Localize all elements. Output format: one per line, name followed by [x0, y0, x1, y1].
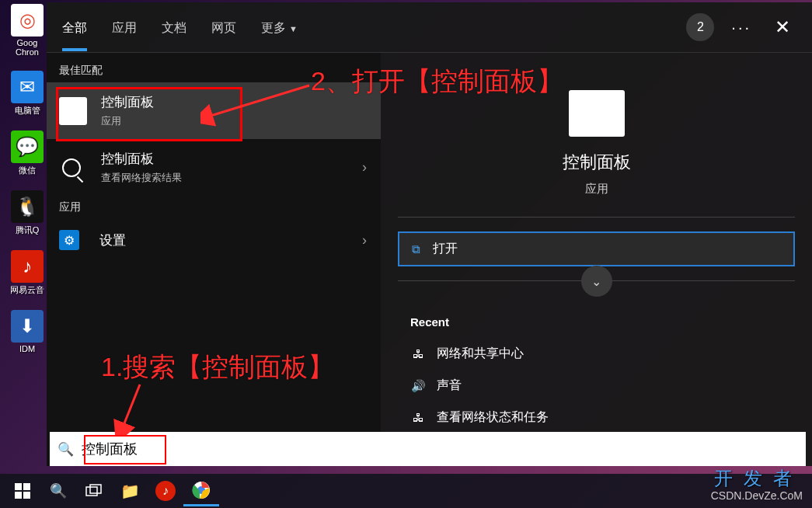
preview-control-panel-icon — [569, 90, 625, 137]
tab-all[interactable]: 全部 — [62, 6, 87, 49]
recent-item-network[interactable]: 🖧 网络和共享中心 — [398, 338, 795, 370]
open-button[interactable]: ⧉ 打开 — [398, 231, 795, 266]
taskview-button[interactable] — [76, 475, 112, 506]
svg-rect-3 — [23, 492, 30, 499]
svg-rect-5 — [90, 485, 101, 493]
search-icon: 🔍 — [58, 441, 74, 458]
search-panel: 全部 应用 文档 网页 更多▼ 2 ··· ✕ 最佳匹配 控制面板 应用 — [47, 2, 812, 466]
search-icon — [62, 158, 81, 177]
sound-icon: 🔊 — [410, 378, 426, 394]
desktop-icons: ◎ Goog Chron ✉ 电脑管 💬 微信 🐧 腾讯Q ♪ 网易云音 ⬇ I… — [8, 4, 51, 367]
chevron-down-icon: ⌄ — [591, 274, 601, 289]
network-icon: 🖧 — [410, 410, 426, 426]
desktop-icon-wechat[interactable]: 💬 微信 — [8, 130, 47, 176]
taskbar-netease[interactable]: ♪ — [148, 475, 183, 506]
tab-web[interactable]: 网页 — [211, 6, 236, 49]
svg-rect-4 — [86, 487, 97, 496]
section-best-match: 最佳匹配 — [47, 59, 381, 82]
desktop-icon-manager[interactable]: ✉ 电脑管 — [8, 71, 47, 117]
preview-subtitle: 应用 — [398, 182, 795, 197]
search-bar[interactable]: 🔍 — [50, 432, 806, 466]
start-button[interactable] — [5, 475, 40, 506]
tab-more[interactable]: 更多▼ — [261, 6, 298, 49]
search-input[interactable] — [82, 441, 798, 458]
recent-item-network-status[interactable]: 🖧 查看网络状态和任务 — [398, 402, 795, 433]
taskbar-explorer[interactable]: 📁 — [112, 475, 148, 506]
svg-rect-1 — [23, 483, 30, 490]
result-settings[interactable]: ⚙ 设置 › — [47, 219, 381, 261]
search-results-pane: 最佳匹配 控制面板 应用 控制面板 查看网络搜索结果 › 应用 ⚙ — [47, 53, 381, 466]
tab-documents[interactable]: 文档 — [162, 6, 186, 49]
close-icon[interactable]: ✕ — [768, 16, 796, 38]
svg-rect-0 — [15, 483, 22, 490]
recent-item-sound[interactable]: 🔊 声音 — [398, 370, 795, 402]
desktop-icon-netease[interactable]: ♪ 网易云音 — [8, 250, 47, 296]
expand-button[interactable]: ⌄ — [581, 266, 612, 297]
result-web-search[interactable]: 控制面板 查看网络搜索结果 › — [47, 139, 381, 196]
watermark: 开发者 CSDN.DevZe.CoM — [711, 466, 803, 502]
result-control-panel[interactable]: 控制面板 应用 — [47, 82, 381, 139]
preview-title: 控制面板 — [398, 151, 795, 174]
network-icon: 🖧 — [410, 346, 426, 362]
search-badge[interactable]: 2 — [686, 13, 714, 41]
control-panel-icon — [59, 97, 87, 125]
desktop-icon-qq[interactable]: 🐧 腾讯Q — [8, 190, 47, 236]
chevron-right-icon: › — [362, 159, 367, 176]
recent-label: Recent — [410, 315, 795, 329]
open-icon: ⧉ — [412, 242, 420, 256]
desktop-icon-chrome[interactable]: ◎ Goog Chron — [8, 4, 47, 57]
taskbar-chrome[interactable] — [183, 475, 219, 506]
svg-rect-2 — [15, 492, 22, 499]
section-apps: 应用 — [47, 196, 381, 219]
tab-apps[interactable]: 应用 — [112, 6, 137, 49]
taskbar-search-button[interactable]: 🔍 — [40, 475, 76, 506]
more-options-icon[interactable]: ··· — [731, 19, 751, 37]
search-header: 全部 应用 文档 网页 更多▼ 2 ··· ✕ — [47, 2, 812, 53]
gear-icon: ⚙ — [59, 230, 79, 250]
search-preview-pane: 控制面板 应用 ⧉ 打开 ⌄ Recent 🖧 网络和共享中心 🔊 声音 🖧 查… — [381, 53, 812, 466]
taskbar: 🔍 📁 ♪ — [0, 474, 812, 508]
chevron-down-icon: ▼ — [289, 24, 298, 33]
chevron-right-icon: › — [362, 232, 367, 249]
desktop-icon-idm[interactable]: ⬇ IDM — [8, 310, 47, 353]
